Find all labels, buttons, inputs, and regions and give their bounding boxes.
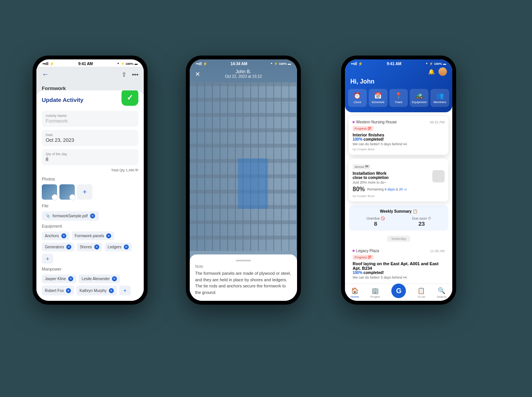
home-feed[interactable]: Western Nursing House 05:31 PM Progress … xyxy=(345,112,452,281)
date-field[interactable]: Date Oct 23, 2023 xyxy=(42,130,138,146)
phone-update-activity: ••ıll ⚡ 9:41 AM ⚬ ⚡ 100% ▬ ← ⇪ ••• Formw… xyxy=(33,56,148,305)
qty-field[interactable]: Qty of the day 8 xyxy=(42,149,138,165)
quick-tile-members[interactable]: 👥Members xyxy=(430,89,449,107)
activity-name-field[interactable]: Activity Name Formwork xyxy=(42,111,138,127)
add-manpower-button[interactable]: + xyxy=(119,285,131,295)
photos-section-label: Photos xyxy=(42,177,138,181)
card-title: Roof laying on the East Apt. A001 and Ea… xyxy=(353,261,445,271)
remove-chip-button[interactable]: ✕ xyxy=(61,233,66,238)
status-battery: ⚬ ⚡ 100% ▬ xyxy=(425,62,446,66)
field-value: 8 xyxy=(46,156,135,162)
quick-tile-clock[interactable]: ⏰Clock xyxy=(348,89,367,107)
field-value: Formwork xyxy=(46,118,135,124)
manpower-chip[interactable]: Jasper Kline✕ xyxy=(42,274,76,283)
project-dot-icon xyxy=(353,121,355,123)
nav-todo[interactable]: 📋To-do xyxy=(417,287,425,299)
field-label: Date xyxy=(46,133,135,137)
quick-tile-equipment[interactable]: 🚜Equipment xyxy=(410,89,429,107)
manpower-chip[interactable]: Robert Fox✕ xyxy=(42,285,74,295)
duesoon-label: Due soon ⏱ xyxy=(399,217,445,220)
note-panel[interactable]: Note The formwork panels are made of ply… xyxy=(190,254,297,301)
feed-card[interactable]: Almost 🏁 Installation Work close to comp… xyxy=(349,159,448,202)
photo-thumbnail[interactable] xyxy=(59,184,75,200)
remove-file-button[interactable]: ✕ xyxy=(90,213,95,218)
confirm-button[interactable]: ✓ xyxy=(122,90,138,106)
nav-center-button[interactable]: G xyxy=(391,284,406,298)
remove-chip-button[interactable]: ✕ xyxy=(68,276,73,281)
project-name: Legacy Plaza xyxy=(356,249,379,253)
remaining-text: Remaining 6 days & 20 ㎡ xyxy=(367,187,407,192)
overdue-value: 8 xyxy=(353,220,399,227)
equipment-chip[interactable]: Generators✕ xyxy=(42,243,74,251)
progress-tag: Progress 💯 xyxy=(353,255,373,260)
photo-thumbnail[interactable] xyxy=(42,184,57,200)
remove-chip-button[interactable]: ✕ xyxy=(94,244,99,249)
feed-card[interactable]: Western Nursing House 05:31 PM Progress … xyxy=(349,116,448,155)
pin-icon: 📍 xyxy=(390,92,407,99)
status-bar: ••ıll ⚡ 14:34 AM ⚬ ⚡ 100% ▬ xyxy=(190,59,297,67)
card-subtitle: 100% completed! xyxy=(353,271,445,275)
date-divider: Yesterday xyxy=(387,236,410,242)
note-text: The formwork panels are made of plywood … xyxy=(195,270,292,295)
add-photo-button[interactable]: + xyxy=(77,184,92,200)
add-equipment-button[interactable]: + xyxy=(42,254,53,264)
bottom-nav: 🏠Home 🏢Project G 📋To-do 🔍Search xyxy=(345,284,452,301)
card-text: Just 20% more to do~ xyxy=(353,180,445,184)
status-time: 14:34 AM xyxy=(230,62,247,66)
home-icon: 🏠 xyxy=(351,287,359,294)
manpower-chip[interactable]: Leslie Alexander✕ xyxy=(79,274,120,283)
nav-search[interactable]: 🔍Search xyxy=(437,287,447,299)
quick-tile-track[interactable]: 📍Track xyxy=(389,89,408,107)
equipment-chip[interactable]: Ledgers✕ xyxy=(105,243,132,251)
weekly-summary[interactable]: Weekly Summary 📋 Overdue 🚫8 Due soon ⏱23 xyxy=(349,205,448,231)
photo-header: ✕ John B. Oct 22, 2023 at 15:12 xyxy=(190,67,297,81)
manpower-section-label: Manpower xyxy=(42,267,138,271)
note-label: Note xyxy=(195,264,292,269)
nav-project[interactable]: 🏢Project xyxy=(370,287,380,299)
signal-icon: ••ıll ⚡ xyxy=(43,62,54,66)
progress-percent: 80% xyxy=(353,186,365,193)
photo-author: John B. xyxy=(195,69,292,74)
building-icon: 🏢 xyxy=(370,287,380,294)
photo-image[interactable] xyxy=(190,82,297,251)
avatar[interactable] xyxy=(438,67,447,76)
phone-photo-detail: ••ıll ⚡ 14:34 AM ⚬ ⚡ 100% ▬ ✕ John B. Oc… xyxy=(186,56,301,305)
clock-icon: ⏰ xyxy=(349,92,366,99)
status-battery: ⚬ ⚡ 100% ▬ xyxy=(270,62,291,66)
status-bar: ••ıll ⚡ 9:41 AM ⚬ ⚡ 100% ▬ xyxy=(345,59,452,67)
manpower-chip[interactable]: Kathryn Murphy✕ xyxy=(76,285,117,295)
remove-chip-button[interactable]: ✕ xyxy=(66,244,71,249)
notifications-icon[interactable]: 🔔 xyxy=(428,69,435,75)
card-title: Interior finishes xyxy=(353,133,445,137)
paperclip-icon: 📎 xyxy=(46,214,50,218)
update-activity-sheet: ✓ Update Activity Activity Name Formwork… xyxy=(36,90,144,301)
quick-tile-schedule[interactable]: 📅Schedule xyxy=(369,89,388,107)
calendar-icon: 📅 xyxy=(369,92,387,99)
equipment-section-label: Equipment xyxy=(42,224,138,228)
tractor-icon: 🚜 xyxy=(410,92,428,99)
equipment-chip[interactable]: Shores✕ xyxy=(77,243,102,251)
phone-home-feed: ••ıll ⚡ 9:41 AM ⚬ ⚡ 100% ▬ 🔔 Hi, John ⏰C… xyxy=(341,56,456,305)
more-icon[interactable]: ••• xyxy=(132,71,138,78)
card-time: 05:31 PM xyxy=(430,120,445,124)
share-icon[interactable]: ⇪ xyxy=(122,71,126,78)
remove-chip-button[interactable]: ✕ xyxy=(106,233,111,238)
nav-home[interactable]: 🏠Home xyxy=(351,287,359,299)
remove-chip-button[interactable]: ✕ xyxy=(66,288,71,293)
card-text: We can do better! 5 days behind 👀 xyxy=(353,276,445,279)
card-text: We can do better! 5 days behind 👀 xyxy=(353,142,445,146)
remove-chip-button[interactable]: ✕ xyxy=(109,288,114,293)
file-chip[interactable]: 📎 formworkSample.pdf ✕ xyxy=(42,211,99,221)
remove-chip-button[interactable]: ✕ xyxy=(112,276,117,281)
back-button[interactable]: ← xyxy=(42,71,49,79)
drag-handle-icon[interactable] xyxy=(236,260,251,261)
summary-title: Weekly Summary 📋 xyxy=(353,209,445,213)
card-author: by Cooper Boss xyxy=(353,194,445,198)
feed-card[interactable]: Legacy Plaza 11:30 AM Progress 💯 Roof la… xyxy=(349,245,448,281)
field-label: Activity Name xyxy=(46,114,135,118)
equipment-chip[interactable]: Formwork panels✕ xyxy=(72,231,115,240)
file-name: formworkSample.pdf xyxy=(53,214,88,218)
remove-chip-button[interactable]: ✕ xyxy=(124,244,129,249)
field-label: Qty of the day xyxy=(46,152,135,156)
equipment-chip[interactable]: Anchors✕ xyxy=(42,231,69,240)
